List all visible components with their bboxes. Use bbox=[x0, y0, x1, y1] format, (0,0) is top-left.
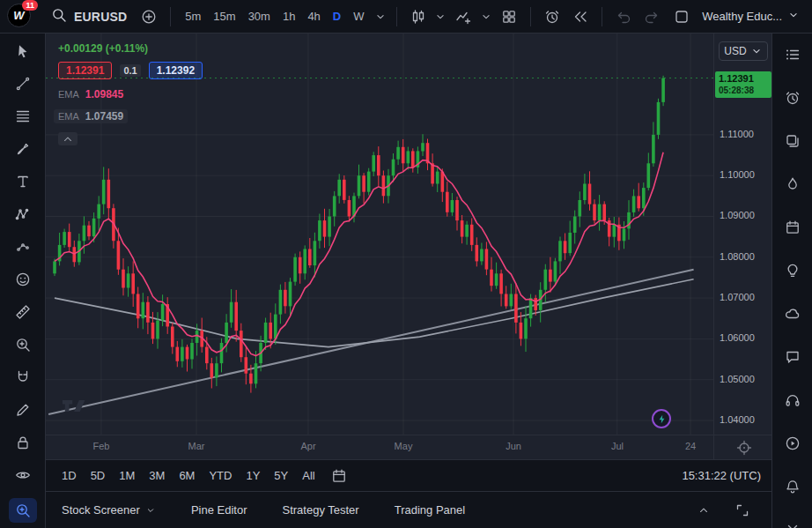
redo-button[interactable] bbox=[639, 4, 665, 29]
compare-add-symbol-button[interactable] bbox=[136, 4, 162, 29]
range-3m-button[interactable]: 3M bbox=[142, 466, 172, 485]
layout-name-button[interactable]: Wealthy Educ... bbox=[697, 9, 805, 24]
scale-target-icon[interactable] bbox=[736, 440, 752, 459]
active-drawing-tool-icon[interactable] bbox=[9, 498, 37, 523]
eye-tool-icon[interactable] bbox=[8, 465, 38, 486]
bid-ask-row: 1.12391 0.1 1.12392 bbox=[58, 62, 203, 79]
streams-icon[interactable] bbox=[778, 433, 808, 454]
text-tool-icon[interactable] bbox=[8, 171, 38, 192]
fib-retracement-tool-icon[interactable] bbox=[8, 106, 38, 127]
legend-collapse-button[interactable] bbox=[58, 132, 78, 145]
range-5y-button[interactable]: 5Y bbox=[267, 466, 295, 485]
toolbar-separator bbox=[602, 7, 602, 26]
symbol-search-button[interactable]: EURUSD bbox=[44, 4, 134, 29]
brush-tool-icon[interactable] bbox=[8, 138, 38, 160]
hotlists-icon[interactable] bbox=[778, 174, 808, 195]
right-sidebar bbox=[771, 33, 812, 528]
range-6m-button[interactable]: 6M bbox=[172, 466, 202, 485]
tab-label: Strategy Tester bbox=[282, 503, 358, 517]
collapse-panel-button[interactable] bbox=[690, 498, 717, 523]
buy-ask-button[interactable]: 1.12392 bbox=[149, 62, 203, 79]
ideas-icon[interactable] bbox=[778, 260, 808, 281]
support-icon[interactable] bbox=[778, 390, 808, 411]
range-1d-button[interactable]: 1D bbox=[55, 466, 84, 485]
timeframe-15m[interactable]: 15m bbox=[207, 5, 241, 28]
price-scale[interactable]: USD 1.110001.100001.090001.080001.070001… bbox=[713, 33, 771, 459]
alert-button[interactable] bbox=[539, 4, 565, 29]
time-tick-label: Feb bbox=[93, 441, 110, 451]
range-all-button[interactable]: All bbox=[295, 466, 321, 485]
price-tick-label: 1.04000 bbox=[720, 414, 755, 425]
trend-line-tool-icon[interactable] bbox=[8, 73, 38, 94]
emoji-tool-icon[interactable] bbox=[8, 269, 38, 290]
maximize-panel-button[interactable] bbox=[729, 498, 756, 523]
symbol-name: EURUSD bbox=[74, 10, 127, 24]
magnet-tool-icon[interactable] bbox=[8, 367, 38, 388]
price-tick-label: 1.06000 bbox=[720, 332, 755, 343]
timeframe-1h[interactable]: 1h bbox=[277, 5, 301, 28]
time-axis[interactable]: FebMarAprMayJunJul24 bbox=[46, 435, 713, 459]
news-icon[interactable] bbox=[778, 130, 808, 152]
sell-bid-button[interactable]: 1.12391 bbox=[58, 62, 112, 79]
timeframe-W[interactable]: W bbox=[347, 5, 370, 28]
toolbar-separator bbox=[530, 7, 531, 26]
toolbar-separator bbox=[170, 7, 171, 26]
ema-slow-legend[interactable]: EMA 1.07459 bbox=[54, 109, 128, 123]
zoom-tool-icon[interactable] bbox=[8, 334, 38, 355]
search-icon bbox=[51, 7, 67, 26]
boost-button[interactable] bbox=[652, 409, 671, 428]
range-ytd-button[interactable]: YTD bbox=[202, 466, 239, 485]
calendar-icon[interactable] bbox=[778, 217, 808, 238]
tradingview-watermark-icon bbox=[62, 397, 90, 419]
lock-tool-icon[interactable] bbox=[8, 432, 38, 453]
bar-replay-button[interactable] bbox=[567, 4, 594, 29]
range-5d-button[interactable]: 5D bbox=[84, 466, 113, 485]
notifications-icon[interactable] bbox=[778, 476, 808, 497]
chart-type-chevron[interactable] bbox=[432, 4, 448, 29]
tab-trading-panel[interactable]: Trading Panel bbox=[395, 503, 465, 517]
bottom-tab-group: Stock ScreenerPine EditorStrategy Tester… bbox=[62, 503, 465, 517]
logo-avatar[interactable]: W 11 bbox=[7, 4, 33, 30]
ruler-tool-icon[interactable] bbox=[8, 301, 38, 323]
ema-fast-value: 1.09845 bbox=[85, 88, 123, 100]
chart-type-button[interactable] bbox=[405, 4, 432, 29]
save-layout-button[interactable] bbox=[668, 4, 695, 29]
chevron-down-icon bbox=[787, 9, 800, 24]
timeframe-5m[interactable]: 5m bbox=[179, 5, 207, 28]
last-price-badge: 1.12391 05:28:38 bbox=[715, 71, 771, 98]
tab-stock-screener[interactable]: Stock Screener bbox=[62, 503, 156, 517]
alerts-icon[interactable] bbox=[778, 87, 808, 108]
range-toolbar: 1D5D1M3M6MYTD1Y5YAll 15:31:22 (UTC) bbox=[46, 459, 771, 491]
time-tick-label: Mar bbox=[188, 441, 205, 451]
ema-slow-label: EMA bbox=[58, 111, 79, 122]
time-tick-label: Jul bbox=[611, 441, 624, 451]
tab-strategy-tester[interactable]: Strategy Tester bbox=[282, 503, 358, 517]
xabcd-pattern-tool-icon[interactable] bbox=[8, 204, 38, 225]
range-1m-button[interactable]: 1M bbox=[112, 466, 142, 485]
layout-grid-button[interactable] bbox=[496, 4, 522, 29]
indicators-chevron[interactable] bbox=[478, 4, 494, 29]
chart-area[interactable]: +0.00129 (+0.11%) 1.12391 0.1 1.12392 EM… bbox=[46, 33, 713, 435]
watchlist-icon[interactable] bbox=[778, 44, 808, 65]
layout-name-label: Wealthy Educ... bbox=[702, 10, 782, 23]
indicators-button[interactable] bbox=[450, 4, 476, 29]
goto-date-button[interactable] bbox=[331, 468, 347, 484]
chat-icon[interactable] bbox=[778, 303, 808, 324]
range-1y-button[interactable]: 1Y bbox=[239, 466, 267, 485]
timeframe-dropdown-chevron[interactable] bbox=[373, 4, 388, 29]
forecast-tool-icon[interactable] bbox=[8, 236, 38, 257]
timeframe-4h[interactable]: 4h bbox=[301, 5, 326, 28]
pencil-tool-icon[interactable] bbox=[8, 399, 38, 420]
messages-icon[interactable] bbox=[778, 346, 808, 368]
currency-dropdown[interactable]: USD bbox=[719, 41, 768, 61]
tab-pine-editor[interactable]: Pine Editor bbox=[191, 503, 247, 517]
chevron-down-icon bbox=[750, 45, 763, 57]
undo-button[interactable] bbox=[610, 4, 637, 29]
ema-fast-legend[interactable]: EMA 1.09845 bbox=[58, 87, 128, 101]
collapse-icon[interactable] bbox=[778, 519, 808, 528]
timeframe-30m[interactable]: 30m bbox=[242, 5, 277, 28]
timeframe-D[interactable]: D bbox=[327, 5, 347, 28]
ema-fast-label: EMA bbox=[58, 89, 79, 100]
cursor-tool-icon[interactable] bbox=[8, 41, 38, 62]
time-tick-label: Apr bbox=[300, 441, 315, 451]
